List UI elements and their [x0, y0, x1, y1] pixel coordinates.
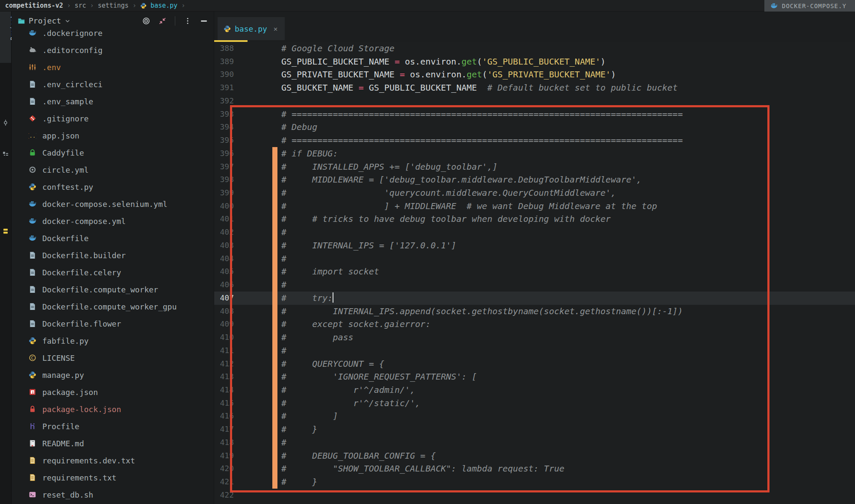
- more-options-icon[interactable]: [184, 17, 192, 25]
- textfile-icon: [29, 268, 36, 276]
- line-number: 392: [214, 94, 234, 108]
- tree-item-dockerfile[interactable]: Dockerfile: [12, 230, 214, 247]
- tree-item--env[interactable]: .env: [12, 59, 214, 76]
- tree-item-label: Procfile: [42, 422, 80, 431]
- shell-icon: [29, 491, 36, 498]
- breadcrumb-item[interactable]: base.py: [150, 2, 177, 9]
- textfile-icon: [29, 303, 36, 310]
- tree-item--env-sample[interactable]: .env_sample: [12, 93, 214, 110]
- breadcrumb-item[interactable]: settings: [98, 2, 129, 9]
- chevron-down-icon[interactable]: [65, 18, 71, 24]
- code-line-397: 397# INSTALLED_APPS += ['debug_toolbar',…: [214, 160, 855, 174]
- tree-item-label: Dockerfile: [42, 234, 88, 243]
- line-number: 418: [214, 436, 234, 449]
- tree-item--env-circleci[interactable]: .env_circleci: [12, 76, 214, 93]
- code-text: #: [281, 226, 286, 239]
- tree-item-label: README.md: [42, 439, 84, 448]
- code-text: # 'querycount.middleware.QueryCountMiddl…: [281, 186, 616, 200]
- run-config-widget[interactable]: DOCKER-COMPOSE.Y: [764, 0, 855, 12]
- hide-panel-icon[interactable]: [200, 17, 208, 25]
- code-text: # INSTALLED_APPS += ['debug_toolbar',]: [281, 160, 498, 174]
- tree-item-label: docker-compose.selenium.yml: [42, 200, 168, 209]
- breadcrumb-separator: ›: [90, 2, 94, 9]
- tree-item-caddyfile[interactable]: Caddyfile: [12, 144, 214, 161]
- tree-item-dockerfile-compute-worker[interactable]: Dockerfile.compute_worker: [12, 281, 214, 298]
- tree-item-manage-py[interactable]: manage.py: [12, 366, 214, 383]
- code-line-415: 415# r'^/static/',: [214, 397, 855, 410]
- code-text: #: [281, 252, 286, 265]
- tree-item-label: Dockerfile.celery: [42, 268, 121, 277]
- code-text: # if DEBUG:: [281, 147, 338, 160]
- tree-item-label: LICENSE: [42, 354, 75, 363]
- code-text: # }: [281, 475, 317, 489]
- tab-base-py[interactable]: base.py ✕: [218, 17, 285, 40]
- code-text: GS_PRIVATE_BUCKET_NAME = os.environ.get(…: [281, 68, 616, 81]
- code-area[interactable]: 388# Google Cloud Storage389GS_PUBLIC_BU…: [214, 42, 855, 504]
- code-line-412: 412# QUERYCOUNT = {: [214, 357, 855, 371]
- tree-item-dockerfile-flower[interactable]: Dockerfile.flower: [12, 315, 214, 332]
- bookmarks-icon[interactable]: [2, 228, 9, 235]
- tree-item-label: Caddyfile: [42, 148, 84, 157]
- code-line-388: 388# Google Cloud Storage: [214, 42, 855, 55]
- circleci-icon: [29, 166, 36, 174]
- copyright-icon: C: [29, 354, 36, 362]
- tree-item-label: docker-compose.yml: [42, 217, 126, 226]
- env-icon: [29, 63, 36, 71]
- tree-item-package-json[interactable]: package.json: [12, 383, 214, 401]
- tree-item-requirements-txt[interactable]: requirements.txt: [12, 469, 214, 486]
- code-text: # import socket: [281, 265, 379, 278]
- tree-item-app-json[interactable]: {..}app.json: [12, 127, 214, 144]
- breadcrumb-item[interactable]: src: [75, 2, 86, 9]
- tree-item-docker-compose-selenium-yml[interactable]: docker-compose.selenium.yml: [12, 195, 214, 212]
- breadcrumb-separator: ›: [181, 2, 185, 9]
- tree-item-label: .gitignore: [42, 114, 88, 123]
- code-text: GS_BUCKET_NAME = GS_PUBLIC_BUCKET_NAME #…: [281, 81, 678, 94]
- code-text: # ]: [281, 410, 338, 423]
- line-number: 393: [214, 108, 234, 121]
- python-icon: [29, 371, 36, 379]
- commit-icon[interactable]: [2, 119, 9, 126]
- tree-item-fabfile-py[interactable]: fabfile.py: [12, 332, 214, 349]
- locate-file-icon[interactable]: [142, 17, 150, 25]
- breadcrumb: competitions-v2›src›settings›base.py›: [5, 2, 185, 9]
- tree-item--gitignore[interactable]: .gitignore: [12, 110, 214, 127]
- close-tab-icon[interactable]: ✕: [274, 25, 278, 33]
- code-line-391: 391GS_BUCKET_NAME = GS_PUBLIC_BUCKET_NAM…: [214, 81, 855, 94]
- heroku-icon: [29, 422, 36, 430]
- code-text: # "SHOW_TOOLBAR_CALLBACK": lambda reques…: [281, 462, 564, 475]
- tree-item-readme-md[interactable]: README.md: [12, 435, 214, 452]
- line-number: 403: [214, 239, 234, 252]
- breadcrumb-item[interactable]: competitions-v2: [5, 2, 63, 9]
- code-text: #: [281, 436, 286, 449]
- vcs-change-bar: [272, 147, 277, 489]
- svg-text:C: C: [31, 355, 34, 361]
- npm-icon: [29, 388, 36, 396]
- header-divider: [175, 16, 175, 26]
- tree-item-dockerfile-compute-worker-gpu[interactable]: Dockerfile.compute_worker_gpu: [12, 298, 214, 315]
- code-line-395: 395# ===================================…: [214, 134, 855, 147]
- stripe-item-project[interactable]: Project: [0, 24, 11, 71]
- collapse-all-icon[interactable]: [159, 17, 166, 25]
- stripe-item-structure[interactable]: Structure: [0, 174, 11, 225]
- tree-item-requirements-dev-txt[interactable]: requirements.dev.txt: [12, 452, 214, 469]
- tree-item-reset-db-sh[interactable]: reset_db.sh: [12, 486, 214, 503]
- tree-item--editorconfig[interactable]: .editorconfig: [12, 41, 214, 59]
- code-line-400: 400# ] + MIDDLEWARE # we want Debug Midd…: [214, 200, 855, 213]
- tree-item-license[interactable]: CLICENSE: [12, 349, 214, 366]
- code-line-399: 399# 'querycount.middleware.QueryCountMi…: [214, 186, 855, 200]
- tree-item-package-lock-json[interactable]: package-lock.json: [12, 401, 214, 418]
- tree-item-conftest-py[interactable]: conftest.py: [12, 178, 214, 195]
- line-number: 390: [214, 68, 234, 81]
- structure-icon[interactable]: [2, 151, 9, 158]
- project-panel: .dockerignore.editorconfig.env.env_circl…: [12, 12, 214, 504]
- line-number: 407: [214, 292, 234, 305]
- project-panel-header: Project: [12, 12, 214, 30]
- code-text: #: [281, 278, 286, 292]
- tree-item-docker-compose-yml[interactable]: docker-compose.yml: [12, 212, 214, 230]
- tree-item-circle-yml[interactable]: circle.yml: [12, 161, 214, 178]
- tree-item-dockerfile-celery[interactable]: Dockerfile.celery: [12, 264, 214, 281]
- tree-item-dockerfile-builder[interactable]: Dockerfile.builder: [12, 247, 214, 264]
- tree-item-procfile[interactable]: Procfile: [12, 418, 214, 435]
- line-number: 391: [214, 81, 234, 94]
- editor-panel: base.py ✕ 388# Google Cloud Storage389GS…: [214, 12, 855, 504]
